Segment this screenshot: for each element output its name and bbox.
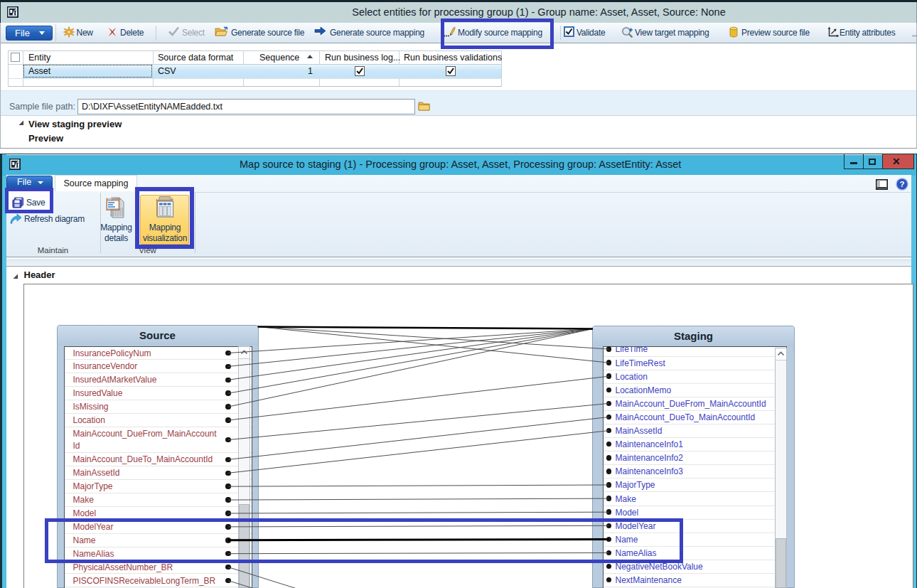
svg-text:?: ? [899, 180, 904, 188]
